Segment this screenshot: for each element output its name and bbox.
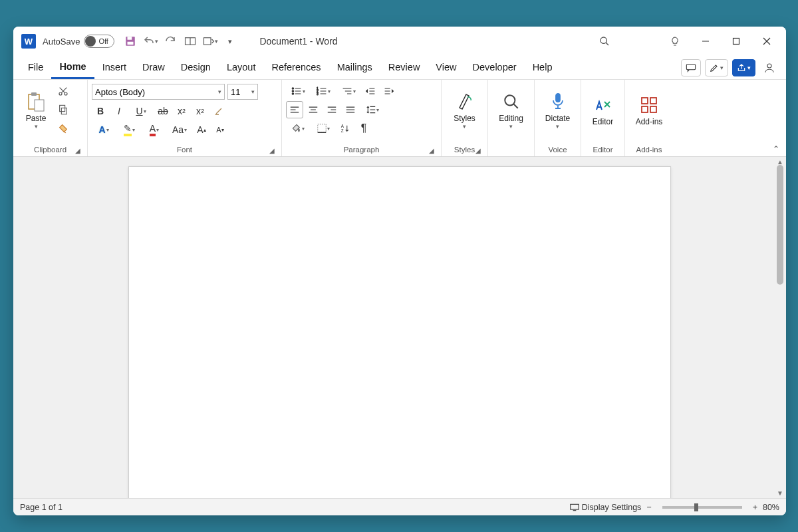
italic-button[interactable]: I: [110, 102, 128, 120]
lightbulb-icon[interactable]: [660, 28, 690, 55]
styles-label: Styles: [454, 114, 475, 123]
comments-button[interactable]: [681, 59, 701, 76]
svg-point-23: [292, 88, 293, 89]
addins-label: Add-ins: [636, 117, 663, 126]
document-canvas[interactable]: ▲ ▼: [13, 157, 786, 498]
editing-button[interactable]: Editing▾: [492, 81, 530, 138]
styles-button[interactable]: Styles▾: [446, 81, 483, 138]
increase-indent-button[interactable]: [380, 82, 398, 100]
underline-button[interactable]: U▾: [129, 102, 153, 120]
editor-button[interactable]: Editor: [585, 81, 620, 138]
font-size-combo[interactable]: 11▾: [227, 84, 258, 100]
tab-review[interactable]: Review: [380, 58, 428, 79]
bold-button[interactable]: B: [92, 102, 109, 120]
format-painter-icon[interactable]: [55, 120, 72, 137]
tab-draw[interactable]: Draw: [134, 58, 173, 79]
svg-rect-5: [203, 38, 211, 45]
tab-developer[interactable]: Developer: [465, 58, 525, 79]
clipboard-group-label: Clipboard: [34, 146, 66, 154]
font-name-combo[interactable]: Aptos (Body)▾: [92, 84, 225, 100]
numbering-button[interactable]: 123▾: [311, 82, 335, 100]
word-window: W AutoSave Off ▾ ▾ ▾ Document1 - Word Fi…: [13, 27, 786, 515]
strikethrough-button[interactable]: ab: [154, 102, 172, 120]
ribbon-tabs: File Home Insert Draw Design Layout Refe…: [13, 56, 786, 80]
align-right-button[interactable]: [323, 101, 340, 118]
sort-button[interactable]: AZ: [336, 120, 354, 137]
qat-item2-icon[interactable]: ▾: [201, 32, 219, 51]
zoom-out-button[interactable]: −: [646, 503, 651, 512]
redo-icon[interactable]: [161, 32, 180, 51]
change-case-button[interactable]: Aa▾: [168, 121, 192, 138]
font-dialog-launcher[interactable]: ◢: [268, 147, 276, 155]
search-icon[interactable]: [589, 28, 620, 55]
account-icon[interactable]: [759, 59, 779, 76]
close-icon[interactable]: [751, 28, 782, 55]
shrink-font-button[interactable]: A▾: [211, 121, 229, 138]
editing-find-icon: [503, 90, 520, 114]
addins-button[interactable]: Add-ins: [629, 81, 669, 138]
vertical-scrollbar[interactable]: ▲ ▼: [775, 158, 785, 497]
font-color-button[interactable]: A▾: [142, 121, 166, 138]
zoom-slider-thumb[interactable]: [694, 503, 698, 511]
clipboard-dialog-launcher[interactable]: ◢: [74, 147, 82, 155]
highlight-button[interactable]: ✎▾: [117, 121, 141, 138]
line-spacing-button[interactable]: ▾: [360, 101, 384, 118]
shading-button[interactable]: ▾: [286, 120, 310, 137]
copy-icon[interactable]: [55, 101, 72, 118]
align-center-button[interactable]: [305, 101, 322, 118]
scroll-down-icon[interactable]: ▼: [777, 489, 783, 497]
multilevel-list-button[interactable]: ▾: [336, 82, 360, 100]
font-name-value: Aptos (Body): [95, 87, 145, 97]
tab-design[interactable]: Design: [173, 58, 219, 79]
svg-rect-12: [686, 65, 695, 70]
svg-rect-2: [128, 42, 134, 45]
text-effects-button[interactable]: A▾: [92, 121, 116, 138]
grow-font-button[interactable]: A▴: [193, 121, 210, 138]
editing-mode-button[interactable]: ▾: [705, 59, 728, 76]
bullets-button[interactable]: ▾: [286, 82, 310, 100]
justify-button[interactable]: [342, 101, 359, 118]
tab-insert[interactable]: Insert: [94, 58, 134, 79]
page-status[interactable]: Page 1 of 1: [20, 503, 63, 512]
dictate-button[interactable]: Dictate▾: [539, 81, 577, 138]
align-left-button[interactable]: [286, 101, 303, 118]
superscript-button[interactable]: x2: [192, 102, 209, 120]
styles-dialog-launcher[interactable]: ◢: [474, 147, 482, 155]
scroll-thumb[interactable]: [777, 165, 783, 285]
decrease-indent-button[interactable]: [362, 82, 379, 100]
paragraph-dialog-launcher[interactable]: ◢: [428, 147, 436, 155]
display-settings-label[interactable]: Display Settings: [582, 503, 642, 512]
display-settings-icon[interactable]: [570, 503, 579, 511]
editing-label: Editing: [499, 114, 523, 123]
show-hide-button[interactable]: ¶: [355, 120, 372, 137]
clear-formatting-icon[interactable]: [210, 102, 227, 120]
zoom-level[interactable]: 80%: [763, 503, 779, 512]
tab-layout[interactable]: Layout: [219, 58, 264, 79]
paste-button[interactable]: Paste ▾: [17, 81, 55, 138]
svg-rect-66: [642, 98, 648, 104]
collapse-ribbon-icon[interactable]: ⌃: [773, 144, 779, 154]
maximize-icon[interactable]: [721, 28, 751, 55]
zoom-slider[interactable]: [662, 506, 742, 509]
zoom-in-button[interactable]: +: [753, 503, 757, 512]
tab-file[interactable]: File: [20, 58, 51, 79]
tab-mailings[interactable]: Mailings: [329, 58, 380, 79]
tab-references[interactable]: References: [263, 58, 329, 79]
group-font: Aptos (Body)▾ 11▾ B I U▾ ab x2 x2 A▾: [88, 80, 282, 156]
ribbon: Paste ▾ Clipboard◢ Aptos (Body)▾ 11▾: [13, 80, 786, 157]
qat-customize-icon[interactable]: ▾: [221, 32, 239, 51]
share-button[interactable]: ▾: [732, 59, 755, 76]
qat-item-icon[interactable]: [181, 32, 200, 51]
tab-home[interactable]: Home: [51, 57, 94, 79]
undo-icon[interactable]: ▾: [141, 32, 160, 51]
save-icon[interactable]: [121, 32, 140, 51]
autosave-label: AutoSave: [43, 37, 80, 47]
borders-button[interactable]: ▾: [311, 120, 335, 137]
subscript-button[interactable]: x2: [173, 102, 190, 120]
cut-icon[interactable]: [55, 82, 72, 100]
tab-view[interactable]: View: [428, 58, 464, 79]
minimize-icon[interactable]: [690, 28, 721, 55]
autosave-toggle[interactable]: Off: [84, 35, 114, 48]
document-page[interactable]: [128, 166, 671, 498]
tab-help[interactable]: Help: [525, 58, 561, 79]
